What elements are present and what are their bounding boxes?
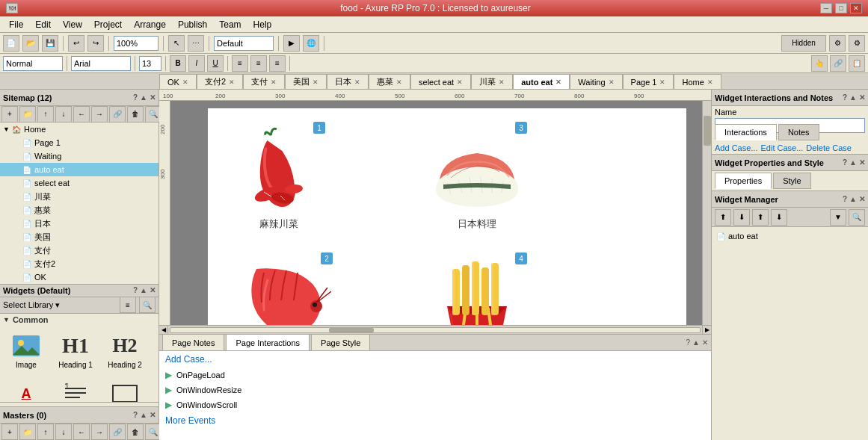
canvas-content[interactable]: 1	[170, 101, 711, 325]
menu-view[interactable]: View	[57, 18, 88, 31]
sitemap-item-auto-eat[interactable]: 📄 auto eat	[0, 163, 158, 176]
menu-team[interactable]: Team	[213, 18, 247, 31]
sitemap-item-pay2[interactable]: 📄 支付2	[0, 257, 158, 270]
style-input[interactable]	[3, 56, 63, 71]
canvas-item-fries[interactable]: 4	[425, 254, 529, 325]
default-input[interactable]	[214, 36, 274, 51]
tab-pay2[interactable]: 支付2 ✕	[197, 74, 243, 89]
menu-publish[interactable]: Publish	[172, 18, 213, 31]
wm-btn2[interactable]: ⬇	[733, 209, 750, 226]
sitemap-up-icon[interactable]: ▲	[140, 93, 147, 102]
edit-case-action[interactable]: Edit Case...	[760, 143, 803, 152]
wm-btn3[interactable]: ⬆	[752, 209, 769, 226]
publish-button[interactable]: 🌐	[303, 35, 319, 52]
minimize-button[interactable]: ─	[820, 3, 832, 13]
interaction-btn1[interactable]: 👆	[811, 55, 828, 72]
wm-up-icon[interactable]: ▲	[849, 195, 857, 203]
sitemap-item-home[interactable]: ▼ 🏠 Home	[0, 123, 158, 136]
connect-tool[interactable]: ⋯	[188, 35, 204, 52]
hscroll-right-btn[interactable]: ▶	[702, 326, 711, 335]
tab-japan[interactable]: 日本 ✕	[327, 74, 369, 89]
event-onpageload[interactable]: ▶ OnPageLoad	[165, 368, 705, 382]
notes-tab-button[interactable]: Notes	[778, 124, 819, 140]
canvas-item-sushi[interactable]: 3	[425, 123, 529, 231]
sitemap-close-icon[interactable]: ✕	[150, 93, 156, 102]
sitemap-delete-btn[interactable]: 🗑	[127, 106, 144, 123]
align-center[interactable]: ≡	[250, 55, 267, 72]
interactions-help-icon[interactable]: ?	[843, 93, 847, 102]
widgets-up-icon[interactable]: ▲	[140, 286, 147, 294]
preview-button[interactable]: ▶	[283, 35, 300, 52]
sitemap-item-waiting[interactable]: 📄 Waiting	[0, 149, 158, 163]
menu-edit[interactable]: Edit	[29, 18, 57, 31]
widgets-close-icon[interactable]: ✕	[150, 286, 156, 294]
delete-case-action[interactable]: Delete Case	[806, 143, 852, 152]
widget-image[interactable]: Image	[3, 329, 49, 374]
save-button[interactable]: 💾	[42, 35, 58, 52]
wm-btn1[interactable]: ⬆	[715, 209, 731, 226]
interactions-up-icon[interactable]: ▲	[849, 93, 857, 102]
open-button[interactable]: 📂	[22, 35, 39, 52]
sitemap-item-japan[interactable]: 📄 日本	[0, 217, 158, 230]
menu-file[interactable]: File	[3, 18, 29, 31]
tab-select-eat[interactable]: select eat ✕	[410, 74, 471, 89]
sitemap-item-pay[interactable]: 📄 支付	[0, 244, 158, 257]
bottom-close-icon[interactable]: ✕	[702, 338, 708, 347]
add-case-action[interactable]: Add Case...	[715, 143, 757, 152]
properties-up-icon[interactable]: ▲	[849, 158, 857, 167]
canvas-item-shrimp[interactable]: 2	[230, 254, 335, 325]
select-tool[interactable]: ↖	[168, 35, 185, 52]
close-button[interactable]: ✕	[850, 3, 862, 13]
interaction-btn2[interactable]: 🔗	[830, 55, 846, 72]
sitemap-item-select-eat[interactable]: 📄 select eat	[0, 176, 158, 190]
masters-down-btn[interactable]: ↓	[55, 424, 72, 440]
bottom-up-icon[interactable]: ▲	[692, 338, 700, 347]
widgets-search[interactable]: 🔍	[139, 297, 156, 313]
extra-btn2[interactable]: ⚙	[849, 35, 865, 52]
properties-tab-button[interactable]: Properties	[715, 173, 772, 189]
sitemap-up-btn[interactable]: ↑	[37, 106, 54, 123]
canvas-container[interactable]: 100 200 300 400 500 600 700 800 900 200 …	[159, 90, 711, 325]
interaction-btn3[interactable]: 📋	[849, 55, 865, 72]
maximize-button[interactable]: □	[835, 3, 847, 13]
sitemap-link-btn[interactable]: 🔗	[109, 106, 126, 123]
sitemap-add-btn[interactable]: +	[1, 106, 18, 123]
masters-right-btn[interactable]: →	[91, 424, 108, 440]
wm-close-icon[interactable]: ✕	[859, 195, 865, 203]
sitemap-right-btn[interactable]: →	[91, 106, 108, 123]
tab-ok[interactable]: OK ✕	[159, 74, 197, 89]
tab-usa[interactable]: 美国 ✕	[285, 74, 327, 89]
hscroll-thumb[interactable]	[329, 328, 374, 332]
widget-paragraph[interactable]: ¶ Paragraph	[52, 377, 99, 402]
masters-add-btn[interactable]: +	[1, 424, 18, 440]
menu-project[interactable]: Project	[88, 18, 128, 31]
masters-link-btn[interactable]: 🔗	[109, 424, 126, 440]
align-left[interactable]: ≡	[232, 55, 248, 72]
sitemap-item-ok[interactable]: 📄 OK	[0, 270, 158, 284]
undo-button[interactable]: ↩	[68, 35, 84, 52]
bottom-tab-style[interactable]: Page Style	[311, 334, 370, 352]
sitemap-item-chuancai[interactable]: 📄 川菜	[0, 190, 158, 203]
canvas-vscroll-thumb[interactable]	[704, 116, 711, 146]
hscroll-track[interactable]	[170, 327, 701, 333]
new-button[interactable]: 📄	[3, 35, 19, 52]
masters-left-btn[interactable]: ←	[73, 424, 90, 440]
wm-help-icon[interactable]: ?	[843, 195, 847, 203]
event-onwindowresize[interactable]: ▶ OnWindowResize	[165, 382, 705, 397]
bottom-tab-notes[interactable]: Page Notes	[162, 334, 224, 352]
sitemap-item-page1[interactable]: 📄 Page 1	[0, 136, 158, 149]
fontsize-input[interactable]	[139, 56, 161, 71]
zoom-input[interactable]	[114, 36, 158, 51]
underline-button[interactable]: U	[207, 55, 224, 72]
tab-chuancai[interactable]: 川菜 ✕	[471, 74, 513, 89]
menu-arrange[interactable]: Arrange	[128, 18, 172, 31]
extra-btn1[interactable]: ⚙	[829, 35, 846, 52]
widget-label[interactable]: A Label	[3, 377, 49, 402]
style-tab-button[interactable]: Style	[773, 173, 810, 189]
interactions-tab-button[interactable]: Interactions	[715, 124, 777, 140]
tab-page1[interactable]: Page 1 ✕	[623, 74, 674, 89]
masters-close-icon[interactable]: ✕	[150, 411, 156, 419]
font-input[interactable]	[71, 56, 131, 71]
italic-button[interactable]: I	[188, 55, 205, 72]
tab-huicai[interactable]: 惠菜 ✕	[369, 74, 410, 89]
